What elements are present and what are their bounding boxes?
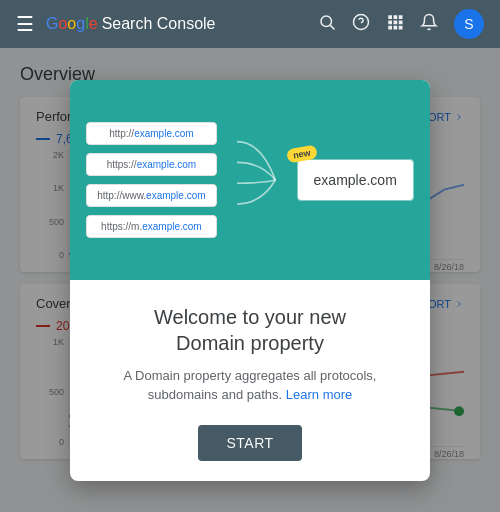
grid-icon[interactable]	[386, 13, 404, 36]
google-wordmark: Google	[46, 15, 98, 33]
modal-illustration: http://example.com https://example.com h…	[70, 80, 430, 280]
app-name: Search Console	[102, 15, 216, 33]
url-item-https: https://example.com	[86, 153, 216, 176]
url-item-mobile: https://m.example.com	[86, 215, 216, 238]
learn-more-link[interactable]: Learn more	[286, 387, 352, 402]
main-page: Overview Performance EXPORT 7,613 to 2K …	[0, 48, 500, 512]
domain-property-modal: http://example.com https://example.com h…	[70, 80, 430, 481]
domain-box: example.com	[297, 159, 414, 201]
svg-rect-8	[394, 20, 398, 24]
app-logo: Google Search Console	[46, 15, 215, 33]
svg-rect-4	[388, 15, 392, 19]
converging-arrows	[237, 125, 277, 235]
help-icon[interactable]	[352, 13, 370, 36]
modal-description: A Domain property aggregates all protoco…	[98, 366, 402, 405]
nav-icons: S	[318, 9, 484, 39]
modal-body: Welcome to your newDomain property A Dom…	[70, 280, 430, 481]
url-item-www: http://www.example.com	[86, 184, 216, 207]
modal-title: Welcome to your newDomain property	[98, 304, 402, 356]
hamburger-icon[interactable]: ☰	[16, 12, 34, 36]
bell-icon[interactable]	[420, 13, 438, 36]
url-item-http: http://example.com	[86, 122, 216, 145]
search-icon[interactable]	[318, 13, 336, 36]
svg-point-0	[321, 16, 332, 27]
svg-line-1	[330, 25, 334, 29]
svg-rect-10	[388, 25, 392, 29]
svg-rect-11	[394, 25, 398, 29]
svg-rect-7	[388, 20, 392, 24]
svg-rect-5	[394, 15, 398, 19]
top-navbar: ☰ Google Search Console	[0, 0, 500, 48]
avatar[interactable]: S	[454, 9, 484, 39]
svg-rect-6	[399, 15, 403, 19]
svg-rect-12	[399, 25, 403, 29]
modal-overlay: http://example.com https://example.com h…	[0, 48, 500, 512]
url-list: http://example.com https://example.com h…	[86, 122, 216, 238]
domain-result: new example.com	[297, 159, 414, 201]
svg-rect-9	[399, 20, 403, 24]
start-button[interactable]: START	[198, 425, 301, 461]
